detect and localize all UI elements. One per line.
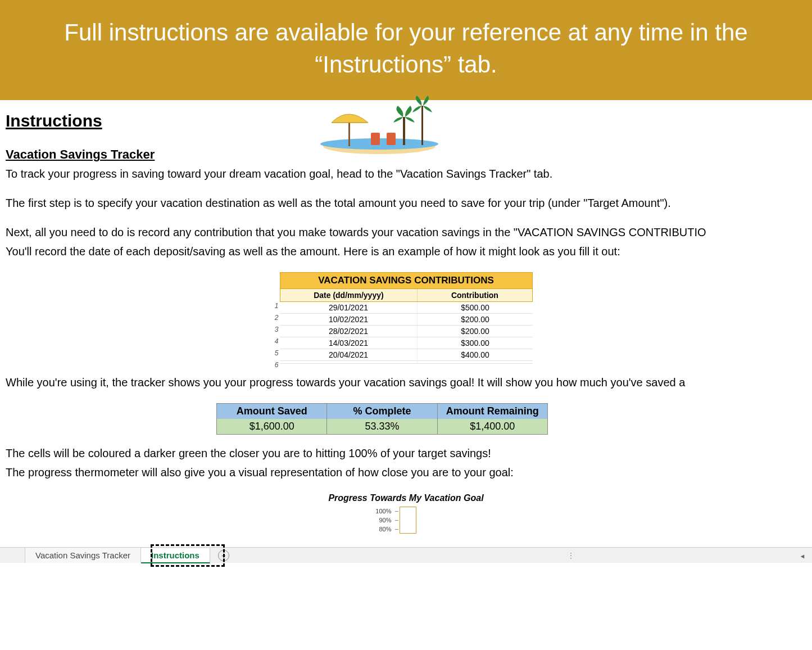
body-text: While you're using it, the tracker shows… <box>6 374 806 391</box>
cell-date: 28/02/2021 <box>280 326 418 337</box>
cell-saved: $1,600.00 <box>217 419 327 434</box>
progress-thermometer-chart: 100% 90% 80% <box>373 507 440 534</box>
row-index: 3 <box>269 326 279 333</box>
summary-table: Amount Saved % Complete Amount Remaining… <box>216 403 548 435</box>
body-text: The cells will be coloured a darker gree… <box>6 445 806 462</box>
table-header: Date (dd/mm/yyyy) Contribution <box>280 289 533 302</box>
row-index: 5 <box>269 349 279 357</box>
col-header-date: Date (dd/mm/yyyy) <box>280 289 418 301</box>
table-title: VACATION SAVINGS CONTRIBUTIONS <box>280 272 533 289</box>
cell-date: 14/03/2021 <box>280 337 418 349</box>
row-index: 1 <box>269 302 279 310</box>
table-row: 328/02/2021$200.00 <box>280 326 533 337</box>
svg-rect-5 <box>403 117 405 145</box>
col-header-saved: Amount Saved <box>217 404 327 419</box>
thermometer-bar <box>400 507 416 534</box>
body-text: You'll record the date of each deposit/s… <box>6 243 806 260</box>
table-row: 6 <box>280 361 533 364</box>
summary-header: Amount Saved % Complete Amount Remaining <box>217 404 547 419</box>
svg-rect-6 <box>421 106 423 145</box>
sheet-tab-bar: Vacation Savings Tracker Instructions + <box>0 547 812 563</box>
cell-amount <box>418 361 532 363</box>
cell-date: 10/02/2021 <box>280 314 418 325</box>
svg-rect-2 <box>348 123 350 146</box>
cell-amount: $500.00 <box>418 302 532 313</box>
tick-label: 80% <box>373 526 395 532</box>
svg-rect-4 <box>387 133 396 145</box>
col-header-remaining: Amount Remaining <box>438 404 547 419</box>
svg-rect-3 <box>371 133 380 145</box>
cell-amount: $400.00 <box>418 349 532 360</box>
body-text: The progress thermometer will also give … <box>6 464 806 481</box>
scroll-left-icon[interactable]: ◄ <box>797 551 808 561</box>
summary-row: $1,600.00 53.33% $1,400.00 <box>217 419 547 434</box>
table-row: 414/03/2021$300.00 <box>280 337 533 349</box>
cell-date: 20/04/2021 <box>280 349 418 360</box>
add-sheet-button[interactable]: + <box>218 550 229 561</box>
cell-date: 29/01/2021 <box>280 302 418 313</box>
table-row: 210/02/2021$200.00 <box>280 314 533 326</box>
col-header-percent: % Complete <box>327 404 437 419</box>
row-index: 6 <box>269 361 279 369</box>
tick-line <box>395 511 398 512</box>
body-text: Next, all you need to do is record any c… <box>6 224 806 241</box>
tick-label: 100% <box>373 508 395 514</box>
cell-percent: 53.33% <box>327 419 437 434</box>
col-header-contribution: Contribution <box>418 289 532 301</box>
document-content: Instructions Vacation Savings Tracker <box>0 100 812 534</box>
cell-amount: $300.00 <box>418 337 532 349</box>
tab-resize-handle-icon[interactable]: ⋮ <box>567 551 576 560</box>
tick-label: 90% <box>373 517 395 523</box>
cell-amount: $200.00 <box>418 326 532 337</box>
tab-instructions[interactable]: Instructions <box>141 548 210 563</box>
info-banner: Full instructions are available for your… <box>0 0 812 100</box>
beach-illustration-icon <box>315 94 444 156</box>
cell-date <box>280 361 418 363</box>
tab-vacation-savings-tracker[interactable]: Vacation Savings Tracker <box>25 548 141 563</box>
tab-nav-spacer <box>0 548 25 563</box>
body-text: To track your progress in saving toward … <box>6 165 806 182</box>
cell-amount: $200.00 <box>418 314 532 325</box>
cell-remaining: $1,400.00 <box>438 419 547 434</box>
row-index: 2 <box>269 314 279 322</box>
chart-title: Progress Towards My Vacation Goal <box>6 493 806 503</box>
contributions-table: VACATION SAVINGS CONTRIBUTIONS Date (dd/… <box>280 272 533 364</box>
body-text: The first step is to specify your vacati… <box>6 195 806 211</box>
tick-line <box>395 529 398 530</box>
table-row: 129/01/2021$500.00 <box>280 302 533 314</box>
row-index: 4 <box>269 337 279 345</box>
plus-icon: + <box>221 551 226 560</box>
table-row: 520/04/2021$400.00 <box>280 349 533 361</box>
tick-line <box>395 520 398 521</box>
